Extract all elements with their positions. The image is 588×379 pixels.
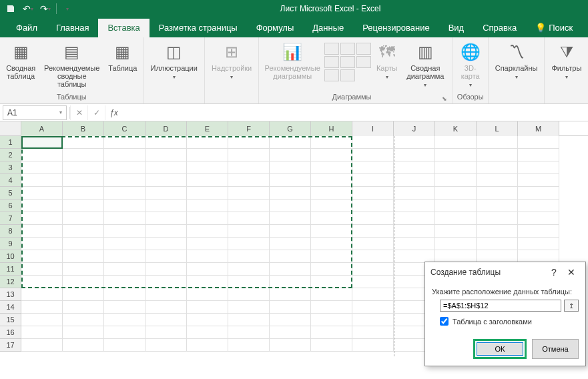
- cell-D5[interactable]: [145, 187, 187, 200]
- cell-G9[interactable]: [270, 238, 311, 250]
- cell-C4[interactable]: [104, 174, 145, 187]
- cell-F10[interactable]: [228, 250, 270, 263]
- cell-A13[interactable]: [21, 288, 63, 301]
- cell-H14[interactable]: [311, 301, 352, 314]
- cell-I8[interactable]: [352, 225, 394, 238]
- cell-H10[interactable]: [311, 250, 352, 263]
- row-header-14[interactable]: 14: [0, 301, 21, 314]
- row-header-6[interactable]: 6: [0, 200, 21, 212]
- cell-B15[interactable]: [63, 314, 104, 326]
- pivot-chart-button[interactable]: ▥ Сводная диаграмма ▾: [401, 40, 450, 90]
- redo-button[interactable]: ↷▾: [37, 1, 53, 16]
- cell-B14[interactable]: [63, 301, 104, 314]
- cell-E16[interactable]: [187, 326, 228, 339]
- tab-search[interactable]: 💡 Поиск: [526, 19, 582, 37]
- cell-H2[interactable]: [311, 149, 352, 161]
- cell-C12[interactable]: [104, 276, 145, 288]
- cell-F5[interactable]: [228, 187, 270, 200]
- cell-H3[interactable]: [311, 161, 352, 174]
- chart-type-1[interactable]: [324, 43, 339, 55]
- cell-F11[interactable]: [228, 263, 270, 276]
- cell-M4[interactable]: [518, 174, 559, 187]
- illustrations-button[interactable]: ◫ Иллюстрации▾: [147, 40, 202, 82]
- cell-D10[interactable]: [145, 250, 187, 263]
- cell-E6[interactable]: [187, 200, 228, 212]
- cell-L5[interactable]: [477, 187, 518, 200]
- cell-F8[interactable]: [228, 225, 270, 238]
- column-header-K[interactable]: K: [435, 121, 477, 136]
- cell-M7[interactable]: [518, 212, 559, 225]
- column-header-J[interactable]: J: [394, 121, 435, 136]
- cell-H9[interactable]: [311, 238, 352, 250]
- row-header-4[interactable]: 4: [0, 174, 21, 187]
- cell-C14[interactable]: [104, 301, 145, 314]
- cell-I16[interactable]: [352, 326, 394, 339]
- column-header-C[interactable]: C: [104, 121, 145, 136]
- cell-J5[interactable]: [394, 187, 435, 200]
- cell-F15[interactable]: [228, 314, 270, 326]
- cell-C13[interactable]: [104, 288, 145, 301]
- cell-C10[interactable]: [104, 250, 145, 263]
- row-header-1[interactable]: 1: [0, 136, 21, 149]
- column-header-D[interactable]: D: [145, 121, 187, 136]
- cell-C7[interactable]: [104, 212, 145, 225]
- row-header-12[interactable]: 12: [0, 276, 21, 288]
- cell-D4[interactable]: [145, 174, 187, 187]
- column-header-F[interactable]: F: [228, 121, 270, 136]
- cell-A1[interactable]: [21, 136, 63, 149]
- cell-G10[interactable]: [270, 250, 311, 263]
- cell-E5[interactable]: [187, 187, 228, 200]
- cell-D8[interactable]: [145, 225, 187, 238]
- cell-G6[interactable]: [270, 200, 311, 212]
- chart-type-6[interactable]: [356, 56, 371, 68]
- cell-B7[interactable]: [63, 212, 104, 225]
- cell-L9[interactable]: [477, 238, 518, 250]
- cell-G3[interactable]: [270, 161, 311, 174]
- column-header-H[interactable]: H: [311, 121, 352, 136]
- cell-I7[interactable]: [352, 212, 394, 225]
- cell-F17[interactable]: [228, 339, 270, 352]
- cell-H12[interactable]: [311, 276, 352, 288]
- cell-K4[interactable]: [435, 174, 477, 187]
- cell-H7[interactable]: [311, 212, 352, 225]
- cell-B11[interactable]: [63, 263, 104, 276]
- formula-input[interactable]: [122, 105, 588, 120]
- chart-type-5[interactable]: [340, 56, 355, 68]
- cell-B4[interactable]: [63, 174, 104, 187]
- cell-M5[interactable]: [518, 187, 559, 200]
- row-header-17[interactable]: 17: [0, 339, 21, 352]
- dialog-close-button[interactable]: ✕: [563, 267, 580, 278]
- cell-F16[interactable]: [228, 326, 270, 339]
- cell-I6[interactable]: [352, 200, 394, 212]
- cell-I2[interactable]: [352, 149, 394, 161]
- cell-K7[interactable]: [435, 212, 477, 225]
- row-header-13[interactable]: 13: [0, 288, 21, 301]
- cell-K6[interactable]: [435, 200, 477, 212]
- cell-I9[interactable]: [352, 238, 394, 250]
- cell-J8[interactable]: [394, 225, 435, 238]
- column-header-I[interactable]: I: [352, 121, 394, 136]
- cell-G7[interactable]: [270, 212, 311, 225]
- cell-B10[interactable]: [63, 250, 104, 263]
- row-header-7[interactable]: 7: [0, 212, 21, 225]
- cell-F6[interactable]: [228, 200, 270, 212]
- cell-H4[interactable]: [311, 174, 352, 187]
- cell-F9[interactable]: [228, 238, 270, 250]
- table-button[interactable]: ▦ Таблица: [105, 40, 140, 73]
- cell-A14[interactable]: [21, 301, 63, 314]
- cell-K8[interactable]: [435, 225, 477, 238]
- cell-K2[interactable]: [435, 149, 477, 161]
- cell-D1[interactable]: [145, 136, 187, 149]
- cell-A6[interactable]: [21, 200, 63, 212]
- cell-B2[interactable]: [63, 149, 104, 161]
- filters-button[interactable]: ⧩ Фильтры▾: [547, 40, 585, 82]
- cell-C2[interactable]: [104, 149, 145, 161]
- cell-A8[interactable]: [21, 225, 63, 238]
- cell-E3[interactable]: [187, 161, 228, 174]
- cell-I3[interactable]: [352, 161, 394, 174]
- tab-formulas[interactable]: Формулы: [247, 19, 304, 37]
- cell-G2[interactable]: [270, 149, 311, 161]
- row-header-3[interactable]: 3: [0, 161, 21, 174]
- cell-E13[interactable]: [187, 288, 228, 301]
- cell-A17[interactable]: [21, 339, 63, 352]
